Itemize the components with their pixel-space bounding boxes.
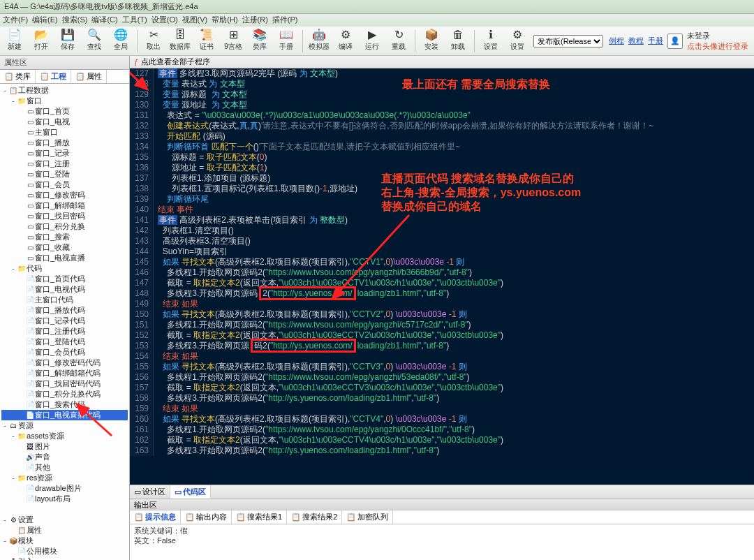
tree-node[interactable]: ▭窗口_解绑邮箱 [1, 200, 128, 211]
tree-node[interactable]: -📦模块 [1, 536, 128, 546]
tree-node[interactable]: 📄窗口_搜索代码 [1, 399, 128, 410]
code-line[interactable]: 130 变量 源地址 为 文本型 [130, 100, 754, 110]
tool-安装[interactable]: 📦安装 [419, 28, 444, 54]
tool-设置[interactable]: ℹ设置 [478, 28, 503, 54]
code-line[interactable]: 146 多线程1.开始取网页源码2("https://www.tvsou.com… [130, 267, 754, 278]
breadcrumb[interactable]: ƒ 点此查看全部子程序 [130, 56, 754, 68]
tree-node[interactable]: ▭窗口_会员 [1, 179, 128, 190]
release-mode-select[interactable]: 发布版(Release) [533, 35, 603, 47]
tree-node[interactable]: ▭窗口_播放 [1, 138, 128, 148]
out-tab-3[interactable]: 📋搜索结果2 [287, 510, 342, 524]
out-tab-0[interactable]: 📋提示信息 [130, 510, 181, 524]
menu-item[interactable]: 设置(O) [151, 15, 178, 24]
code-line[interactable]: 139 判断循环尾 [130, 194, 754, 205]
tree-node[interactable]: 📄窗口_电视直播代码 [1, 410, 128, 420]
tree-node[interactable]: ▭窗口_登陆 [1, 169, 128, 179]
tree-node[interactable]: 📄窗口_登陆代码 [1, 337, 128, 347]
tool-重载[interactable]: ↻重载 [386, 28, 411, 54]
code-line[interactable]: 138 列表框1.置项目标记(列表框1.取项目数()-1,源地址) [130, 184, 754, 194]
tool-卸载[interactable]: 🗑卸载 [445, 28, 471, 54]
code-line[interactable]: 136 源地址 = 取子匹配文本(1) [130, 163, 754, 173]
tree-node[interactable]: -📋工程数据 [1, 85, 128, 96]
tree-node[interactable]: 📄窗口_会员代码 [1, 347, 128, 358]
tree-node[interactable]: 📄drawable图片 [1, 483, 128, 494]
tree-node[interactable]: ▭窗口_注册 [1, 159, 128, 169]
tool-新建[interactable]: 📄新建 [2, 28, 27, 54]
tool-9宫格[interactable]: ⊞9宫格 [221, 28, 246, 54]
tree-node[interactable]: -📁代码 [1, 263, 128, 274]
menu-item[interactable]: 编译(C) [91, 15, 117, 24]
out-tab-1[interactable]: 📋输出内容 [181, 510, 232, 524]
code-line[interactable]: 143 高级列表框3.清空项目() [130, 236, 754, 246]
design-tab-0[interactable]: ▭设计区 [130, 485, 170, 499]
menu-item[interactable]: 编辑(E) [32, 15, 58, 24]
tree-node[interactable]: 📄窗口_修改密码代码 [1, 358, 128, 368]
avatar[interactable]: 👤 [667, 34, 683, 49]
tree-node[interactable]: 📄窗口_注册代码 [1, 326, 128, 337]
code-line[interactable]: 144 SuoYin=项目索引 [130, 246, 754, 257]
code-line[interactable]: 161 多线程1.开始取网页源码2("https://www.tvsou.com… [130, 425, 754, 435]
code-line[interactable]: 160 如果 寻找文本(高级列表框2.取项目标题(项目索引),"CCTV4",0… [130, 414, 754, 425]
tree-node[interactable]: 🖼图片 [1, 441, 128, 452]
tool-全局[interactable]: 🌐全局 [108, 28, 133, 54]
left-tab-1[interactable]: 📋工程 [36, 70, 71, 83]
menu-item[interactable]: 搜索(S) [62, 15, 88, 24]
tool-数据库[interactable]: 🗄数据库 [168, 28, 193, 54]
menu-item[interactable]: 工具(T) [122, 15, 147, 24]
tree-node[interactable]: 📄窗口_播放代码 [1, 305, 128, 316]
code-line[interactable]: 129 变量 源标题 为 文本型 [130, 89, 754, 100]
code-line[interactable]: 149 结束 如果 [130, 299, 754, 309]
tree-node[interactable]: -⚙设置 [1, 515, 128, 525]
menu-item[interactable]: 文件(F) [3, 15, 28, 24]
tree-node[interactable]: ▭窗口_电视直播 [1, 253, 128, 263]
left-tab-0[interactable]: 📋类库 [0, 70, 36, 83]
tree-node[interactable]: ▭窗口_搜索 [1, 232, 128, 242]
tool-类库[interactable]: 📚类库 [247, 28, 272, 54]
tree-node[interactable]: 📄公用模块 [1, 546, 128, 557]
tree-node[interactable]: ▭主窗口 [1, 127, 128, 138]
code-line[interactable]: 159 结束 如果 [130, 404, 754, 414]
tree-node[interactable]: 📄窗口_记录代码 [1, 316, 128, 326]
code-line[interactable]: 145 如果 寻找文本(高级列表框2.取项目标题(项目索引),"CCTV1",0… [130, 257, 754, 267]
code-line[interactable]: 142 列表框1.清空项目() [130, 226, 754, 236]
tool-取出[interactable]: ✂取出 [141, 28, 166, 54]
code-line[interactable]: 140结束 事件 [130, 205, 754, 215]
code-line[interactable]: 131 表达式 = "\u003ca\u003e(.*?)\u003c/a1\u… [130, 110, 754, 121]
tree-node[interactable]: 🔊声音 [1, 452, 128, 462]
code-line[interactable]: 162 截取 = 取指定文本2(返回文本,"\u003ch1\u003eCCTV… [130, 435, 754, 445]
menu-item[interactable]: 帮助(H) [212, 15, 237, 24]
code-line[interactable]: 134 判断循环首 匹配下一个()'下面子文本是匹配结果,请把子文本赋值到相应组… [130, 142, 754, 152]
design-tab-1[interactable]: ▭代码区 [170, 485, 211, 499]
tree-node[interactable]: ▭窗口_记录 [1, 148, 128, 159]
code-line[interactable]: 156 多线程1.开始取网页源码2("https://www.tvsou.com… [130, 372, 754, 383]
tool-编译[interactable]: ⚙编译 [333, 28, 358, 54]
tree-node[interactable] [1, 504, 128, 515]
tree-node[interactable]: 📄窗口_电视代码 [1, 284, 128, 295]
code-line[interactable]: 150 如果 寻找文本(高级列表框2.取项目标题(项目索引),"CCTV2",0… [130, 309, 754, 320]
out-tab-2[interactable]: 📋搜索结果1 [232, 510, 287, 524]
code-line[interactable]: 128 变量 表达式 为 文本型 [130, 79, 754, 89]
tree-node[interactable]: ▭窗口_修改密码 [1, 190, 128, 200]
tool-打开[interactable]: 📂打开 [29, 28, 54, 54]
menu-item[interactable]: 注册(R) [242, 15, 268, 24]
menu-item[interactable]: 视图(V) [182, 15, 208, 24]
code-line[interactable]: 157 截取 = 取指定文本2(返回文本,"\u003ch1\u003eCCTV… [130, 383, 754, 393]
tree-node[interactable]: ▭窗口_首页 [1, 106, 128, 117]
code-line[interactable]: 155 如果 寻找文本(高级列表框2.取项目标题(项目索引),"CCTV3",0… [130, 362, 754, 372]
tree-node[interactable]: 📄窗口_积分兑换代码 [1, 389, 128, 399]
tree-node[interactable]: 📄layout布局 [1, 494, 128, 504]
tool-证书[interactable]: 📜证书 [194, 28, 219, 54]
left-tab-2[interactable]: 📋属性 [71, 70, 107, 83]
tree-node[interactable]: 📄窗口_解绑邮箱代码 [1, 368, 128, 378]
code-line[interactable]: 163 多线程3.开始取网页源码2("http://ys.yuenos.com/… [130, 445, 754, 456]
tool-运行[interactable]: ▶运行 [360, 28, 385, 54]
code-line[interactable]: 147 截取 = 取指定文本2(返回文本,"\u003ch1\u003eCCTV… [130, 278, 754, 288]
link-manual[interactable]: 手册 [648, 36, 663, 46]
tool-手册[interactable]: 📖手册 [274, 28, 299, 54]
tree-node[interactable]: -📁assets资源 [1, 431, 128, 441]
tree-node[interactable]: 📄窗口_找回密码代码 [1, 378, 128, 389]
tree-node[interactable]: 📄窗口_首页代码 [1, 274, 128, 284]
code-line[interactable]: 154 结束 如果 [130, 351, 754, 362]
tool-保存[interactable]: 💾保存 [55, 28, 80, 54]
tree-node[interactable]: ▭窗口_收藏 [1, 242, 128, 253]
